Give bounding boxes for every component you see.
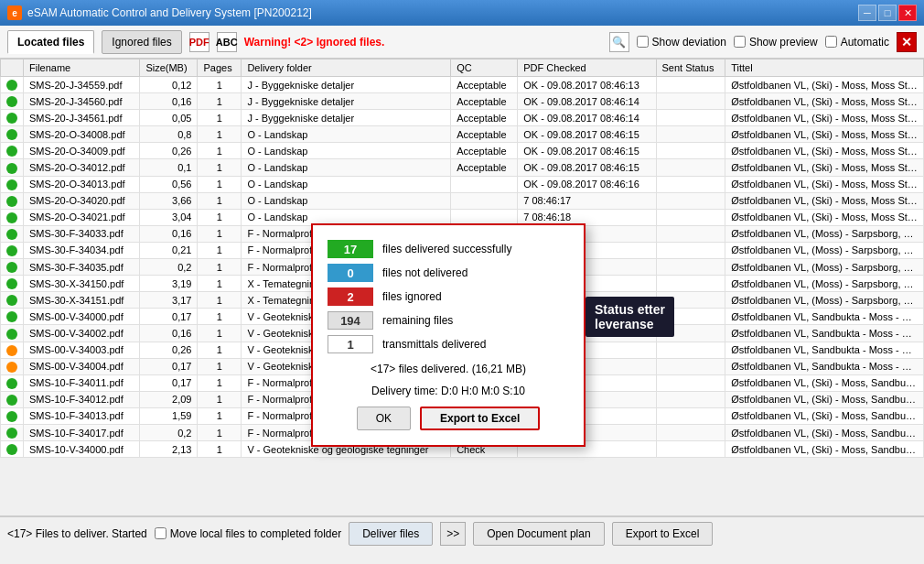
app-title: eSAM Automatic Control and Delivery Syst…: [27, 6, 312, 19]
deliver-files-button[interactable]: Deliver files: [349, 522, 433, 546]
show-preview-label[interactable]: Show preview: [734, 36, 818, 49]
automatic-checkbox[interactable]: [825, 36, 837, 48]
modal-summary-2: Delivery time: D:0 H:0 M:0 S:10: [328, 385, 569, 397]
pdf-icon[interactable]: PDF: [189, 32, 210, 52]
app-icon: e: [7, 5, 22, 20]
warning-message: Warning! <2> Ignored files.: [244, 36, 602, 49]
open-document-plan-button[interactable]: Open Document plan: [473, 522, 604, 546]
arrow-button[interactable]: >>: [440, 522, 466, 546]
move-files-label[interactable]: Move local files to completed folder: [155, 527, 341, 540]
bottom-bar: <17> Files to deliver. Started Move loca…: [0, 516, 924, 549]
title-bar: e eSAM Automatic Control and Delivery Sy…: [0, 0, 924, 26]
abc-icon[interactable]: ABC: [217, 32, 237, 52]
maximize-button[interactable]: □: [878, 5, 897, 21]
modal-overlay: 17 files delivered successfully 0 files …: [0, 59, 924, 516]
show-deviation-checkbox[interactable]: [637, 36, 649, 48]
toolbar: Located files Ignored files PDF ABC Warn…: [0, 26, 924, 59]
modal-row: 194 remaining files: [328, 311, 569, 330]
delivery-status-modal: 17 files delivered successfully 0 files …: [311, 223, 586, 447]
status-tooltip: Status etter leveranse: [586, 297, 674, 337]
modal-summary-1: <17> files delivered. (16,21 MB): [328, 363, 569, 375]
modal-row: 1 transmittals delivered: [328, 335, 569, 353]
modal-row: 0 files not delivered: [328, 264, 569, 282]
show-preview-checkbox[interactable]: [734, 36, 746, 48]
located-files-tab[interactable]: Located files: [7, 30, 94, 54]
show-deviation-label[interactable]: Show deviation: [637, 36, 726, 49]
ignored-files-tab[interactable]: Ignored files: [102, 30, 181, 54]
close-toolbar-button[interactable]: ✕: [897, 32, 917, 52]
export-to-excel-modal-button[interactable]: Export to Excel: [420, 407, 540, 430]
modal-row: 2 files ignored: [328, 287, 569, 306]
close-window-button[interactable]: ✕: [898, 5, 917, 21]
search-icon-button[interactable]: 🔍: [609, 32, 629, 52]
automatic-label[interactable]: Automatic: [825, 36, 889, 49]
bottom-info: <17> Files to deliver. Started: [7, 527, 147, 540]
minimize-button[interactable]: ─: [858, 5, 876, 21]
ok-button[interactable]: OK: [357, 407, 411, 430]
modal-row: 17 files delivered successfully: [328, 240, 569, 258]
export-to-excel-button[interactable]: Export to Excel: [612, 522, 714, 546]
move-files-checkbox[interactable]: [155, 527, 167, 539]
